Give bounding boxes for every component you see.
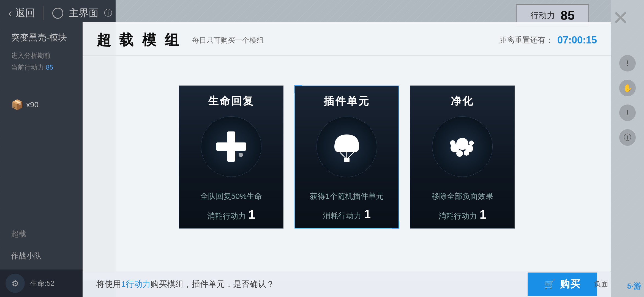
buy-label: 购买	[560, 277, 581, 291]
main-nav-label: 主界面	[69, 6, 99, 20]
timer-value: 07:00:15	[557, 34, 597, 46]
back-button[interactable]: ‹ 返回	[8, 6, 35, 20]
module-card-plugin[interactable]: 插件单元 获得1个随机插件单元 消耗行动力 1	[294, 86, 399, 229]
card-plugin-cost: 消耗行动力 1	[323, 207, 371, 221]
svg-line-3	[340, 152, 345, 158]
card-plugin-description: 获得1个随机插件单元	[310, 191, 384, 202]
card-heal-cost: 消耗行动力 1	[207, 208, 255, 221]
sidebar-game-title: 突变黑壳-模块	[6, 29, 72, 46]
right-icon-4[interactable]: ⓘ	[619, 129, 636, 146]
parachute-icon	[316, 117, 377, 177]
svg-point-2	[239, 153, 243, 157]
heal-icon	[201, 116, 261, 177]
cards-container: 生命回复 全队回复50%生命 消耗行动力 1 插件单元	[83, 56, 611, 258]
confirm-highlight: 1行动力	[121, 279, 151, 288]
dialog-timer: 距离重置还有： 07:00:15	[499, 34, 597, 46]
svg-line-5	[348, 152, 354, 158]
right-icon-1[interactable]: !	[619, 55, 636, 72]
card-purify-cost: 消耗行动力 1	[438, 208, 486, 221]
svg-point-10	[456, 150, 463, 157]
sidebar-info: 进入分析期前 当前行动力:85	[6, 47, 59, 76]
svg-point-11	[464, 150, 469, 156]
purify-icon	[432, 116, 493, 177]
nav-divider	[43, 6, 44, 20]
card-heal-title: 生命回复	[208, 94, 254, 108]
cart-icon: 🛒	[544, 279, 556, 289]
main-nav-item[interactable]: 主界面	[52, 6, 99, 20]
hp-display: 生命:52	[30, 279, 54, 288]
module-card-heal[interactable]: 生命回复 全队回复50%生命 消耗行动力 1	[179, 86, 283, 229]
bottom-confirm-bar: 将使用1行动力购买模组，插件单元，是否确认？ 🛒 购买	[83, 271, 611, 297]
module-card-purify[interactable]: 净化 移除全部负面效果 消耗行动力 1	[410, 86, 515, 229]
module-dialog: 超 载 模 组 每日只可购买一个模组 距离重置还有： 07:00:15 生命回复…	[83, 22, 611, 280]
dialog-subtitle: 每日只可购买一个模组	[192, 35, 264, 45]
card-heal-description: 全队回复50%生命	[200, 191, 262, 202]
dialog-title: 超 载 模 组	[97, 31, 181, 50]
card-purify-description: 移除全部负面效果	[432, 191, 493, 202]
back-label: 返回	[15, 6, 35, 20]
svg-point-13	[469, 141, 474, 145]
chevron-left-icon: ‹	[8, 7, 12, 20]
bottom-left-status: ⚙ 生命:52	[0, 270, 83, 297]
sidebar-squad: 作战小队	[6, 248, 47, 264]
card-plugin-title: 插件单元	[324, 94, 370, 108]
dialog-header: 超 载 模 组 每日只可购买一个模组 距离重置还有： 07:00:15	[83, 22, 611, 56]
confirm-text-after: 购买模组，插件单元，是否确认？	[151, 279, 274, 288]
right-icon-3[interactable]: !	[619, 105, 636, 121]
right-icon-2[interactable]: ✋	[619, 80, 636, 96]
info-icon[interactable]: ⓘ	[104, 7, 112, 19]
top-nav: ‹ 返回 主界面 ⓘ	[0, 0, 644, 26]
sidebar-item-count: 📦 x90	[6, 96, 44, 113]
timer-label: 距离重置还有：	[499, 35, 553, 45]
buy-button[interactable]: 🛒 购买	[528, 273, 597, 296]
nav-circle-icon	[52, 8, 63, 19]
confirm-text: 将使用1行动力购买模组，插件单元，是否确认？	[96, 279, 522, 290]
watermark: 5·游	[627, 281, 641, 292]
svg-rect-6	[344, 158, 350, 162]
svg-rect-1	[216, 142, 246, 151]
sidebar-section: 超载	[6, 226, 32, 242]
card-purify-title: 净化	[451, 94, 474, 108]
character-icon: ⚙	[6, 274, 25, 293]
svg-point-12	[450, 140, 455, 146]
right-panel: ! ✋ ! ⓘ	[611, 0, 644, 297]
negative-label: 负面	[594, 279, 608, 289]
confirm-text-before: 将使用	[96, 279, 121, 288]
